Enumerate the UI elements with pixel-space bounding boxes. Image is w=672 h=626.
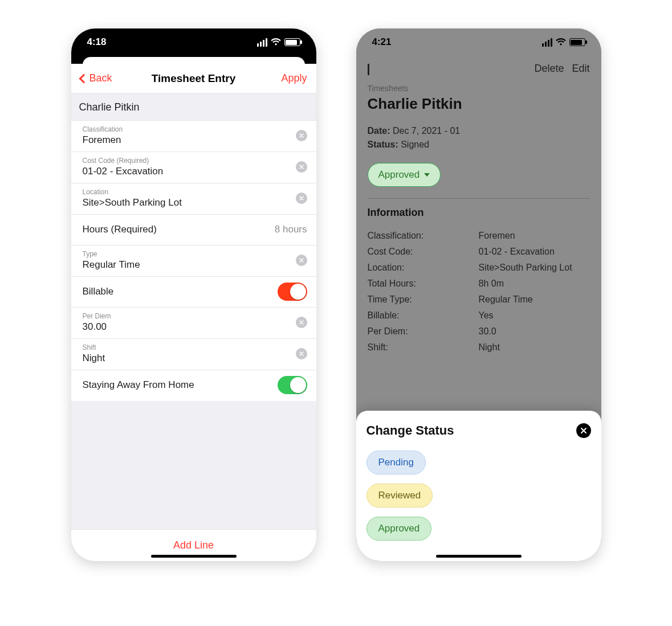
close-sheet-button[interactable] [576, 423, 591, 438]
add-line-label: Add Line [173, 539, 214, 551]
status-value: Signed [401, 140, 429, 149]
info-key: Time Type: [368, 294, 479, 305]
info-row: Cost Code:01-02 - Excavation [368, 244, 590, 260]
apply-button[interactable]: Apply [281, 72, 307, 84]
costcode-label: Cost Code (Required) [83, 157, 296, 165]
information-heading: Information [368, 207, 590, 219]
away-toggle[interactable] [278, 376, 307, 394]
person-header: Charlie Pitkin [71, 93, 316, 121]
info-key: Cost Code: [368, 247, 479, 257]
hours-row[interactable]: Hours (Required) 8 hours [71, 215, 316, 246]
shift-label: Shift [83, 343, 296, 351]
chevron-down-icon [424, 173, 430, 177]
cellular-icon [257, 38, 267, 47]
divider [368, 198, 590, 199]
classification-row[interactable]: Classification Foremen [71, 121, 316, 152]
add-line-button[interactable]: Add Line [71, 529, 316, 561]
shift-row[interactable]: Shift Night [71, 339, 316, 370]
status-option-approved[interactable]: Approved [366, 517, 432, 541]
home-indicator [151, 555, 237, 558]
clear-shift-button[interactable] [296, 348, 307, 359]
away-row: Staying Away From Home [71, 370, 316, 401]
info-key: Location: [368, 263, 479, 273]
info-key: Shift: [368, 342, 479, 353]
info-row: Time Type:Regular Time [368, 292, 590, 308]
status-bar: 4:18 [71, 28, 316, 56]
info-value: 8h 0m [479, 279, 590, 289]
cellular-icon [542, 38, 552, 47]
person-name: Charlie Pitkin [368, 95, 590, 113]
classification-value: Foremen [83, 134, 296, 146]
status-time: 4:21 [372, 36, 392, 48]
info-key: Classification: [368, 231, 479, 241]
shift-value: Night [83, 353, 296, 364]
info-row: Billable:Yes [368, 308, 590, 324]
status-option-reviewed[interactable]: Reviewed [366, 484, 433, 508]
type-row[interactable]: Type Regular Time [71, 246, 316, 277]
perdiem-value: 30.00 [83, 321, 296, 333]
clear-costcode-button[interactable] [296, 161, 307, 173]
date-label: Date: [368, 126, 390, 136]
billable-row: Billable [71, 277, 316, 308]
status-dropdown-label: Approved [378, 169, 420, 181]
location-row[interactable]: Location Site>South Parking Lot [71, 183, 316, 215]
info-row: Classification:Foremen [368, 228, 590, 244]
info-value: Regular Time [479, 294, 590, 305]
info-key: Per Diem: [368, 326, 479, 337]
info-row: Per Diem:30.0 [368, 324, 590, 339]
phone-timesheet-detail: 4:21 Delete Edit Timesheets Charlie Pitk… [356, 28, 601, 561]
hours-label: Hours (Required) [83, 224, 157, 235]
wifi-icon [271, 38, 281, 46]
back-label: Back [89, 72, 112, 84]
nav-bar: Back Timesheet Entry Apply [71, 64, 316, 93]
info-value: Night [479, 342, 590, 353]
perdiem-row[interactable]: Per Diem 30.00 [71, 308, 316, 339]
detail-actions: Delete Edit [534, 63, 589, 75]
status-time: 4:18 [87, 36, 107, 48]
location-label: Location [83, 188, 296, 196]
billable-toggle[interactable] [278, 283, 307, 301]
status-dropdown[interactable]: Approved [368, 163, 441, 187]
battery-icon [569, 38, 585, 46]
status-option-pending[interactable]: Pending [366, 451, 426, 474]
costcode-row[interactable]: Cost Code (Required) 01-02 - Excavation [71, 152, 316, 183]
info-value: 01-02 - Excavation [479, 247, 590, 257]
home-indicator [436, 555, 522, 558]
clear-classification-button[interactable] [296, 130, 307, 141]
type-value: Regular Time [83, 259, 296, 271]
info-row: Shift:Night [368, 339, 590, 355]
status-bar: 4:21 [356, 28, 601, 56]
sheet-title: Change Status [366, 423, 454, 438]
card-peek [71, 56, 316, 64]
info-value: Foremen [479, 231, 590, 241]
type-label: Type [83, 250, 296, 258]
close-icon [580, 427, 587, 434]
back-button[interactable] [368, 64, 369, 74]
info-value: Site>South Parking Lot [479, 263, 590, 273]
phone-timesheet-entry: 4:18 Back Timesheet Entry Apply Charlie … [71, 28, 316, 561]
form-list: Classification Foremen Cost Code (Requir… [71, 121, 316, 401]
location-value: Site>South Parking Lot [83, 197, 296, 208]
info-list: Classification:ForemenCost Code:01-02 - … [368, 228, 590, 355]
chevron-left-icon [368, 64, 369, 75]
clear-location-button[interactable] [296, 193, 307, 204]
edit-button[interactable]: Edit [572, 63, 589, 75]
hours-value: 8 hours [275, 224, 307, 235]
battery-icon [284, 38, 300, 46]
breadcrumb[interactable]: Timesheets [368, 84, 590, 93]
clear-type-button[interactable] [296, 255, 307, 266]
wifi-icon [556, 38, 566, 46]
status-label: Status: [368, 140, 398, 149]
back-button[interactable]: Back [80, 72, 112, 84]
change-status-sheet: Change Status Pending Reviewed Approved [356, 411, 601, 561]
clear-perdiem-button[interactable] [296, 317, 307, 328]
empty-space [71, 401, 316, 529]
billable-label: Billable [83, 286, 114, 297]
chevron-left-icon [79, 73, 88, 83]
perdiem-label: Per Diem [83, 312, 296, 320]
delete-button[interactable]: Delete [534, 63, 564, 75]
costcode-value: 01-02 - Excavation [83, 166, 296, 177]
info-value: 30.0 [479, 326, 590, 337]
info-value: Yes [479, 310, 590, 321]
detail-topbar: Delete Edit [368, 56, 590, 84]
